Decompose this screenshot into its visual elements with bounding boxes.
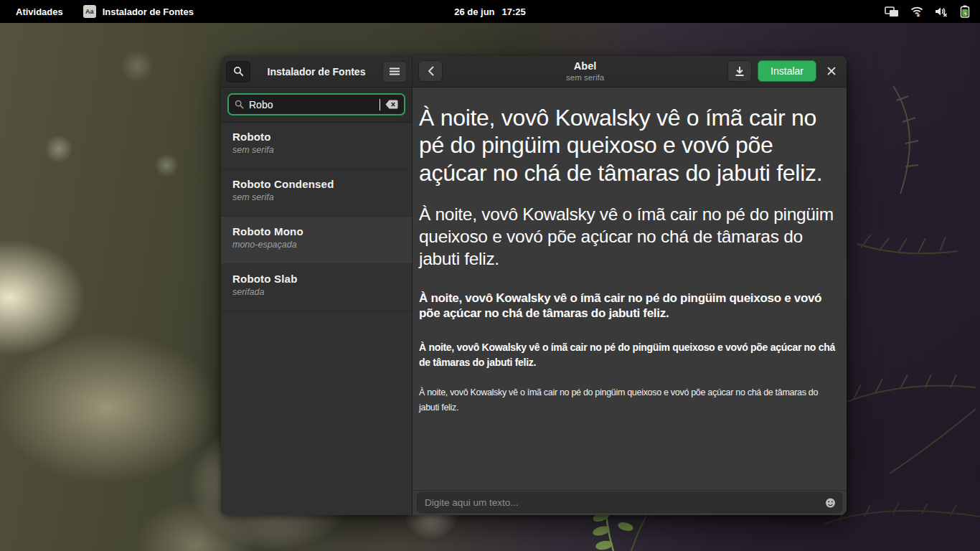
font-results-list: Roboto sem serifa Roboto Condensed sem s…	[221, 122, 412, 515]
font-style: mono-espaçada	[232, 240, 400, 250]
download-icon	[735, 66, 745, 77]
font-list-item-roboto-condensed[interactable]: Roboto Condensed sem serifa	[221, 169, 412, 217]
emoji-smiley-icon	[825, 497, 836, 508]
font-preview-area: À noite, vovô Kowalsky vê o ímã cair no …	[413, 88, 847, 490]
volume-muted-icon	[935, 6, 948, 17]
back-button[interactable]	[418, 60, 443, 82]
custom-text-bar	[413, 490, 847, 515]
svg-text:✶: ✶	[916, 13, 920, 17]
battery-charging-icon	[960, 5, 970, 18]
sample-text-large: À noite, vovô Kowalsky vê o ímã cair no …	[419, 204, 839, 270]
font-installer-window: Instalador de Fontes	[221, 56, 847, 515]
search-icon	[233, 66, 244, 77]
clear-search-icon[interactable]	[385, 100, 398, 109]
search-entry[interactable]	[227, 93, 405, 116]
font-installer-app-icon: Aa	[83, 5, 96, 18]
focused-app-menu[interactable]: Aa Instalador de Fontes	[83, 5, 194, 18]
gnome-top-bar: Atividades Aa Instalador de Fontes 26 de…	[0, 0, 980, 23]
time-label: 17:25	[502, 6, 526, 17]
font-name: Roboto Mono	[232, 225, 400, 237]
left-headerbar: Instalador de Fontes	[221, 56, 412, 88]
hamburger-menu-icon	[390, 67, 400, 75]
emoji-picker-button[interactable]	[825, 497, 836, 508]
search-bar	[221, 88, 412, 122]
date-label: 26 de jun	[454, 6, 494, 17]
preview-font-title: Abel sem serifa	[448, 60, 722, 83]
font-name: Roboto	[232, 131, 400, 143]
sample-text-xsmall: À noite, vovô Kowalsky vê o ímã cair no …	[419, 385, 839, 415]
font-list-pane: Instalador de Fontes	[221, 56, 413, 515]
focused-app-name: Instalador de Fontes	[103, 6, 194, 17]
font-style: sem serifa	[232, 192, 400, 202]
font-title: Abel	[448, 60, 722, 72]
font-name: Roboto Condensed	[232, 178, 400, 190]
font-name: Roboto Slab	[232, 273, 400, 285]
close-window-button[interactable]	[822, 62, 841, 80]
sample-text-medium: À noite, vovô Kowalsky vê o ímã cair no …	[419, 291, 839, 321]
font-list-item-roboto[interactable]: Roboto sem serifa	[221, 122, 412, 169]
activities-button[interactable]: Atividades	[16, 6, 63, 17]
sample-text-xlarge: À noite, vovô Kowalsky vê o ímã cair no …	[419, 104, 839, 187]
search-toggle-button[interactable]	[226, 61, 250, 83]
close-icon	[827, 67, 836, 75]
wifi-icon: ✶	[910, 6, 923, 17]
screen-share-icon	[885, 6, 899, 17]
install-button[interactable]: Instalar	[758, 60, 816, 82]
sample-text-small: À noite, vovô Kowalsky vê o ímã cair no …	[419, 340, 839, 370]
font-preview-pane: Abel sem serifa Instalar	[413, 56, 847, 515]
custom-text-input[interactable]	[425, 497, 819, 508]
search-entry-icon	[235, 100, 244, 109]
font-style: sem serifa	[232, 145, 400, 155]
window-title: Instalador de Fontes	[255, 66, 378, 77]
menu-button[interactable]	[382, 61, 407, 83]
font-list-item-roboto-mono[interactable]: Roboto Mono mono-espaçada	[221, 217, 412, 264]
back-chevron-icon	[428, 66, 434, 76]
system-status-area[interactable]: ✶	[885, 5, 970, 18]
font-subtitle: sem serifa	[448, 73, 722, 83]
right-headerbar: Abel sem serifa Instalar	[413, 56, 847, 88]
font-style: serifada	[232, 287, 400, 297]
clock-button[interactable]: 26 de jun 17:25	[454, 6, 526, 17]
text-caret	[380, 99, 380, 110]
font-list-item-roboto-slab[interactable]: Roboto Slab serifada	[221, 264, 412, 311]
custom-text-entry[interactable]	[417, 492, 842, 513]
download-button[interactable]	[727, 60, 752, 82]
